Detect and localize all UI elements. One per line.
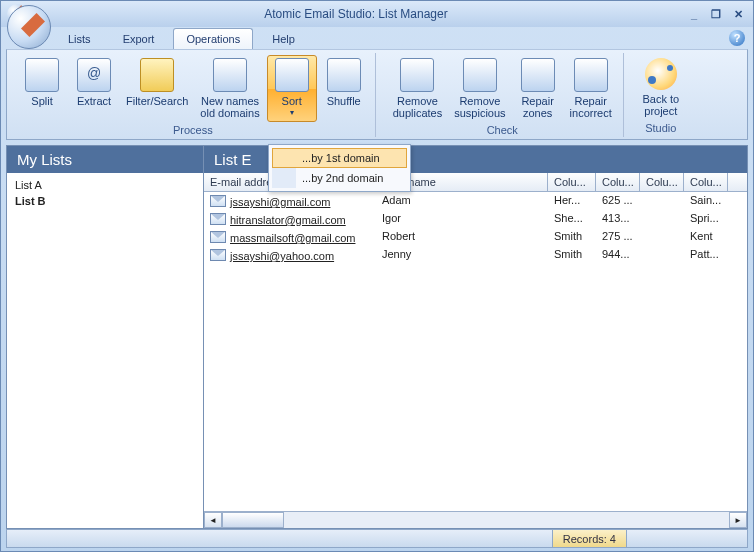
window-controls: _ ❐ ✕ <box>685 6 747 22</box>
cell-1-5: Spri... <box>684 210 728 228</box>
ribbon-check-row: RemoveduplicatesRemovesuspiciousRepairzo… <box>388 55 617 122</box>
cell-1-3: 413... <box>596 210 640 228</box>
column-header-2[interactable]: Colu... <box>548 173 596 191</box>
ribbon-group-studio-title: Studio <box>636 122 686 134</box>
status-spacer <box>626 530 747 547</box>
cell-0-0: jssayshi@gmail.com <box>204 192 376 210</box>
cell-2-5: Kent <box>684 228 728 246</box>
cell-0-2: Her... <box>548 192 596 210</box>
ribbon-filter-button[interactable]: Filter/Search <box>121 55 193 122</box>
sort-by-2nd-domain[interactable]: ...by 2nd domain <box>272 168 407 188</box>
cell-1-2: She... <box>548 210 596 228</box>
ribbon-rinc-button[interactable]: Repairincorrect <box>565 55 617 122</box>
maximize-button[interactable]: ❐ <box>707 6 725 22</box>
ribbon-extract-label: Extract <box>77 95 111 107</box>
filter-icon <box>140 58 174 92</box>
ribbon-rzone-button[interactable]: Repairzones <box>513 55 563 122</box>
scroll-right-arrow[interactable]: ► <box>729 512 747 528</box>
rzone-icon <box>521 58 555 92</box>
ribbon-sort-dropdown-arrow[interactable]: ▾ <box>290 108 294 117</box>
ribbon-group-process: SplitExtractFilter/SearchNew namesold do… <box>11 53 376 137</box>
help-icon[interactable]: ? <box>729 30 745 46</box>
list-panel: List E E-mail addressUser nameColu...Col… <box>204 145 748 529</box>
cell-1-0: hitranslator@gmail.com <box>204 210 376 228</box>
sidebar-item-list-b[interactable]: List B <box>13 193 197 209</box>
cell-2-4 <box>640 228 684 246</box>
cell-0-4 <box>640 192 684 210</box>
content-area: My Lists List AList B List E E-mail addr… <box>6 145 748 529</box>
column-header-4[interactable]: Colu... <box>640 173 684 191</box>
rmsus-icon <box>463 58 497 92</box>
split-icon <box>25 58 59 92</box>
table-row[interactable]: massmailsoft@gmail.comRobertSmith275 ...… <box>204 228 747 246</box>
ribbon: SplitExtractFilter/SearchNew namesold do… <box>6 49 748 140</box>
envelope-icon <box>210 213 226 225</box>
scroll-track[interactable] <box>284 512 729 528</box>
column-header-5[interactable]: Colu... <box>684 173 728 191</box>
shuffle-icon <box>327 58 361 92</box>
rinc-icon <box>574 58 608 92</box>
status-records: Records: 4 <box>552 530 626 547</box>
ribbon-back-button[interactable]: Back toproject <box>636 55 686 120</box>
close-button[interactable]: ✕ <box>729 6 747 22</box>
minimize-button[interactable]: _ <box>685 6 703 22</box>
titlebar: Atomic Email Studio: List Manager _ ❐ ✕ <box>1 1 753 27</box>
cell-3-5: Patt... <box>684 246 728 264</box>
sidebar-item-list-a[interactable]: List A <box>13 177 197 193</box>
ribbon-group-studio: Back toproject Studio <box>630 53 692 137</box>
ribbon-rmdup-button[interactable]: Removeduplicates <box>388 55 448 122</box>
email-text: jssayshi@gmail.com <box>230 196 330 208</box>
scroll-thumb[interactable] <box>222 512 284 528</box>
sort-dropdown-menu: ...by 1st domain ...by 2nd domain <box>268 144 411 192</box>
ribbon-rmdup-label: Removeduplicates <box>393 95 443 119</box>
cell-1-1: Igor <box>376 210 548 228</box>
sort-icon <box>275 58 309 92</box>
horizontal-scrollbar[interactable]: ◄ ► <box>204 511 747 528</box>
sidebar-title: My Lists <box>7 146 203 173</box>
scroll-left-arrow[interactable]: ◄ <box>204 512 222 528</box>
ribbon-newnames-button[interactable]: New namesold domains <box>195 55 264 122</box>
table-row[interactable]: jssayshi@gmail.comAdamHer...625 ...Sain.… <box>204 192 747 210</box>
cell-3-2: Smith <box>548 246 596 264</box>
table-row[interactable]: jssayshi@yahoo.comJennySmith944...Patt..… <box>204 246 747 264</box>
cell-0-3: 625 ... <box>596 192 640 210</box>
menu-lists[interactable]: Lists <box>55 28 104 49</box>
ribbon-split-button[interactable]: Split <box>17 55 67 122</box>
email-text: hitranslator@gmail.com <box>230 214 346 226</box>
window-title: Atomic Email Studio: List Manager <box>27 7 685 21</box>
table-row[interactable]: hitranslator@gmail.comIgorShe...413...Sp… <box>204 210 747 228</box>
envelope-icon <box>210 231 226 243</box>
menubar: Lists Export Operations Help <box>55 27 753 49</box>
ribbon-sort-button[interactable]: Sort▾ <box>267 55 317 122</box>
cell-2-2: Smith <box>548 228 596 246</box>
menu-operations[interactable]: Operations <box>173 28 253 49</box>
ribbon-process-row: SplitExtractFilter/SearchNew namesold do… <box>17 55 369 122</box>
ribbon-group-check: RemoveduplicatesRemovesuspiciousRepairzo… <box>382 53 624 137</box>
ribbon-split-label: Split <box>31 95 52 107</box>
sort-by-1st-domain[interactable]: ...by 1st domain <box>272 148 407 168</box>
ribbon-rmsus-button[interactable]: Removesuspicious <box>449 55 510 122</box>
email-text: jssayshi@yahoo.com <box>230 250 334 262</box>
envelope-icon <box>210 195 226 207</box>
ribbon-rinc-label: Repairincorrect <box>570 95 612 119</box>
ribbon-newnames-label: New namesold domains <box>200 95 259 119</box>
cell-3-3: 944... <box>596 246 640 264</box>
ribbon-rzone-label: Repairzones <box>521 95 553 119</box>
ribbon-shuffle-label: Shuffle <box>327 95 361 107</box>
app-window: Atomic Email Studio: List Manager _ ❐ ✕ … <box>0 0 754 552</box>
cell-2-0: massmailsoft@gmail.com <box>204 228 376 246</box>
ribbon-extract-button[interactable]: Extract <box>69 55 119 122</box>
envelope-icon <box>210 249 226 261</box>
cell-3-0: jssayshi@yahoo.com <box>204 246 376 264</box>
cell-2-3: 275 ... <box>596 228 640 246</box>
menu-export[interactable]: Export <box>110 28 168 49</box>
cell-1-4 <box>640 210 684 228</box>
cell-2-1: Robert <box>376 228 548 246</box>
column-header-3[interactable]: Colu... <box>596 173 640 191</box>
app-logo-icon[interactable] <box>7 5 51 49</box>
ribbon-shuffle-button[interactable]: Shuffle <box>319 55 369 122</box>
menu-help[interactable]: Help <box>259 28 308 49</box>
rmdup-icon <box>400 58 434 92</box>
ribbon-back-label: Back toproject <box>642 93 679 117</box>
ribbon-group-process-title: Process <box>17 124 369 136</box>
